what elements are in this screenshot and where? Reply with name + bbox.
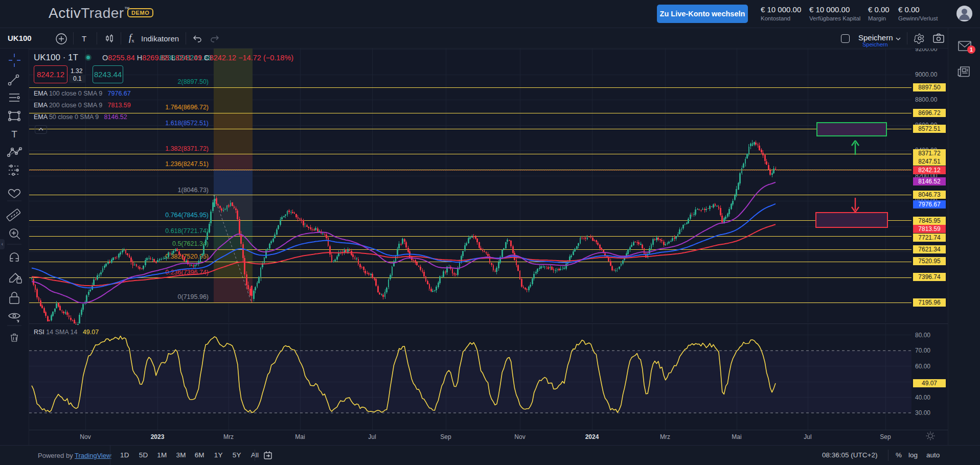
svg-text:8371.72: 8371.72 — [918, 150, 941, 157]
svg-text:Mai: Mai — [295, 433, 305, 440]
svg-text:0.764(7845.95): 0.764(7845.95) — [165, 212, 209, 219]
svg-text:8242.12: 8242.12 — [918, 167, 941, 174]
svg-text:0.5(7621.34): 0.5(7621.34) — [172, 240, 209, 247]
svg-text:8696.72: 8696.72 — [918, 109, 941, 117]
svg-text:Sep: Sep — [880, 433, 891, 440]
svg-text:1(8046.73): 1(8046.73) — [178, 187, 209, 194]
svg-text:0.618(7721.74): 0.618(7721.74) — [165, 227, 209, 235]
svg-text:Nov: Nov — [514, 433, 525, 440]
svg-text:8800.00: 8800.00 — [915, 96, 938, 103]
svg-text:7195.96: 7195.96 — [918, 299, 941, 306]
svg-text:9200.00: 9200.00 — [915, 49, 938, 53]
svg-text:T: T — [11, 129, 17, 140]
svg-text:8572.51: 8572.51 — [918, 125, 941, 132]
svg-text:2(8897.50): 2(8897.50) — [178, 78, 209, 85]
svg-text:1.236(8247.51): 1.236(8247.51) — [165, 160, 209, 168]
svg-text:49.07: 49.07 — [922, 380, 937, 387]
svg-text:7813.59: 7813.59 — [918, 225, 941, 232]
svg-text:7845.95: 7845.95 — [918, 217, 941, 224]
svg-text:30.00: 30.00 — [915, 409, 930, 416]
svg-text:8897.50: 8897.50 — [918, 84, 941, 91]
svg-text:8247.51: 8247.51 — [918, 158, 941, 165]
svg-text:7621.34: 7621.34 — [918, 246, 941, 253]
svg-text:2023: 2023 — [151, 433, 165, 440]
svg-text:1.618(8572.51): 1.618(8572.51) — [165, 120, 209, 127]
svg-text:7976.67: 7976.67 — [918, 201, 941, 208]
svg-text:80.00: 80.00 — [915, 332, 930, 339]
svg-text:7721.74: 7721.74 — [918, 234, 941, 241]
svg-text:60.00: 60.00 — [915, 363, 930, 370]
svg-text:1.382(8371.72): 1.382(8371.72) — [165, 145, 209, 152]
svg-text:Mrz: Mrz — [660, 433, 670, 440]
svg-text:Mai: Mai — [732, 433, 741, 440]
svg-text:9000.00: 9000.00 — [915, 71, 938, 78]
svg-text:Nov: Nov — [80, 433, 90, 440]
svg-text:70.00: 70.00 — [915, 347, 930, 354]
svg-text:7396.74: 7396.74 — [918, 273, 941, 281]
svg-text:8046.73: 8046.73 — [918, 191, 941, 198]
svg-text:2024: 2024 — [585, 433, 599, 440]
svg-text:1.764(8696.72): 1.764(8696.72) — [165, 104, 209, 111]
svg-text:Mrz: Mrz — [223, 433, 234, 440]
svg-text:Jul: Jul — [368, 433, 376, 440]
svg-text:0(7195.96): 0(7195.96) — [178, 293, 209, 300]
svg-text:Sep: Sep — [440, 433, 451, 440]
svg-text:7520.95: 7520.95 — [918, 258, 941, 265]
svg-text:8146.52: 8146.52 — [918, 178, 941, 185]
svg-text:40.00: 40.00 — [915, 394, 930, 401]
svg-text:Jul: Jul — [804, 433, 811, 440]
